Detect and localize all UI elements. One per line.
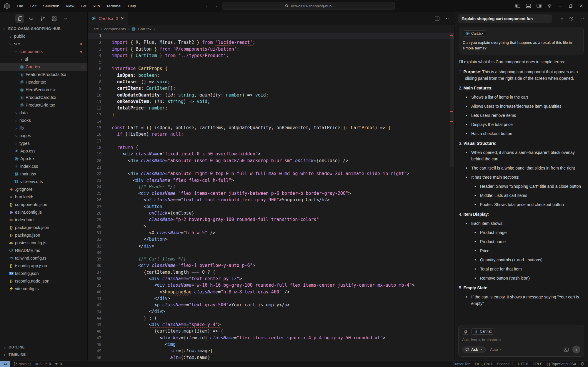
problems-item[interactable]: ⊗3 ⚠0 [35, 362, 51, 366]
status-crlf[interactable]: CRLF [533, 362, 542, 366]
chat-more-icon[interactable]: ⋯ [579, 16, 584, 22]
tree-file-package-lock-json[interactable]: {}package-lock.json [0, 224, 87, 231]
new-chat-icon[interactable]: + [560, 16, 564, 21]
model-selector[interactable]: Auto [490, 347, 502, 352]
tree-folder-data[interactable]: ›data [0, 109, 87, 117]
more-views-chevron-icon[interactable] [61, 14, 70, 23]
menu-edit[interactable]: Edit [27, 3, 39, 9]
status-typescript-jsx[interactable]: { } TypeScript JSX [547, 362, 576, 366]
git-branch-item[interactable]: main [14, 362, 31, 366]
menu-file[interactable]: File [14, 3, 26, 9]
menu-view[interactable]: View [63, 3, 77, 9]
tree-file-tsconfig-json[interactable]: TStsconfig.json [0, 270, 87, 277]
toggle-right-panel-icon[interactable] [534, 1, 544, 10]
menu-go[interactable]: Go [78, 3, 89, 9]
breadcrumb-item-components[interactable]: components [104, 27, 126, 31]
menu-selection[interactable]: Selection [40, 3, 62, 9]
menu-terminal[interactable]: Terminal [103, 3, 124, 9]
mode-selector[interactable]: Ask [462, 346, 486, 353]
file-label: package-lock.json [15, 225, 49, 230]
bullet-item: •If the cart is empty, it shows a messag… [466, 294, 584, 307]
tree-file-herosection-tsx[interactable]: HeroSection.tsx [0, 86, 87, 94]
tree-file-bun-lockb[interactable]: ≡bun.lockb [0, 193, 87, 201]
tree-folder-pages[interactable]: ›pages [0, 132, 87, 140]
chat-input-placeholder[interactable]: Ask, learn, brainstorm [462, 338, 580, 342]
code-area[interactable]: 12import { X, Plus, Minus, Trash2 } from… [88, 33, 454, 361]
chat-thread-title[interactable]: Explain shopping cart component fun [458, 14, 552, 23]
tab-close-icon[interactable]: ✕ [121, 16, 124, 21]
sidebar-bottom-panels: ›OUTLINE ›TIMELINE [0, 343, 87, 361]
settings-gear-icon[interactable] [544, 1, 554, 10]
attach-image-icon[interactable] [564, 348, 569, 352]
tree-file-cart-tsx[interactable]: Cart.tsx3 [0, 63, 87, 71]
tree-file-readme-md[interactable]: ⓘREADME.md [0, 247, 87, 254]
tree-folder-ui[interactable]: ›ui [0, 55, 87, 63]
tree-file-vite-env-d-ts[interactable]: TSvite-env.d.ts [0, 178, 87, 185]
tree-folder-types[interactable]: ›types [0, 140, 87, 147]
status-cursor-tab[interactable]: Cursor Tab [452, 362, 470, 366]
close-button[interactable]: ✕ [576, 1, 586, 10]
tree-folder-components[interactable]: ›components [0, 48, 87, 55]
explorer-icon[interactable] [15, 14, 24, 23]
command-search-box[interactable]: eco-oasis-shopping-hub [222, 2, 395, 10]
tree-file-components-json[interactable]: {}components.json [0, 201, 87, 208]
tree-file-app-css[interactable]: #App.css [0, 147, 87, 155]
split-editor-icon[interactable] [435, 16, 439, 21]
extensions-icon[interactable] [50, 14, 59, 23]
restore-button[interactable] [566, 1, 576, 10]
breadcrumb-item-src[interactable]: src [94, 27, 99, 31]
toggle-left-panel-icon[interactable] [513, 1, 523, 10]
forward-arrow[interactable]: → [213, 4, 218, 9]
status-utf-8[interactable]: UTF-8 [518, 362, 528, 366]
tree-file-package-json[interactable]: {}package.json [0, 231, 87, 239]
tree-file-main-tsx[interactable]: main.tsx [0, 170, 87, 178]
tree-file-vite-config-ts[interactable]: ⚡vite.config.ts [0, 285, 87, 293]
minimize-button[interactable] [555, 1, 565, 10]
tab-cart-tsx[interactable]: Cart.tsx 3 ✕ [88, 12, 128, 25]
tree-file-tsconfig-app-json[interactable]: {}tsconfig.app.json [0, 262, 87, 270]
tree-file-productcard-tsx[interactable]: ProductCard.tsx [0, 94, 87, 101]
toggle-bottom-panel-icon[interactable] [523, 1, 533, 10]
editor-scrollbar[interactable] [450, 33, 454, 167]
send-button[interactable]: ↑ [572, 346, 580, 353]
tree-file-app-tsx[interactable]: App.tsx [0, 155, 87, 162]
remote-indicator[interactable]: >< [0, 361, 10, 367]
tree-folder-lib[interactable]: ›lib [0, 124, 87, 132]
outline-panel-header[interactable]: ›OUTLINE [0, 343, 87, 351]
tree-folder-src[interactable]: ›src [0, 40, 87, 48]
tree-folder-hooks[interactable]: ›hooks [0, 117, 87, 124]
tree-file-gitignore[interactable]: ◈.gitignore [0, 185, 87, 193]
tree-file-tsconfig-node-json[interactable]: {}tsconfig.node.json [0, 277, 87, 285]
tree-file-index-html[interactable]: <>index.html [0, 216, 87, 224]
editor-more-actions-icon[interactable]: ⋯ [444, 16, 449, 21]
breadcrumb-item-[interactable]: ... [157, 27, 160, 31]
tree-file-index-css[interactable]: #index.css [0, 162, 87, 170]
menu-help[interactable]: Help [125, 3, 139, 9]
source-control-icon[interactable] [38, 14, 47, 23]
back-arrow[interactable]: ← [205, 4, 210, 9]
input-context-chip[interactable]: Cart.tsx [471, 328, 494, 335]
tree-file-tailwind-config-ts[interactable]: TStailwind.config.ts [0, 254, 87, 262]
tree-file-productgrid-tsx[interactable]: ProductGrid.tsx [0, 101, 87, 109]
menu-run[interactable]: Run [90, 3, 103, 9]
tree-file-featuredproducts-tsx[interactable]: FeaturedProducts.tsx [0, 71, 87, 78]
tree-file-eslint-config-js[interactable]: ◉eslint.config.js [0, 208, 87, 216]
status-spaces-2[interactable]: Spaces: 2 [497, 362, 514, 366]
tree-folder-public[interactable]: ›public [0, 32, 87, 40]
history-icon[interactable] [569, 16, 574, 21]
notifications-bell-icon[interactable] [581, 362, 584, 366]
mention-button[interactable]: @ [462, 328, 469, 335]
code-line: 11 onRemoveItem: (id: string) => void; [88, 98, 454, 105]
status-ln-1-col-1[interactable]: Ln 1, Col 1 [475, 362, 492, 366]
breadcrumb-item-cart-tsx[interactable]: Cart.tsx [138, 27, 152, 31]
search-panel-icon[interactable] [27, 14, 36, 23]
chat-input-box[interactable]: @ Cart.tsx Ask, learn, brainstorm Ask Au… [458, 325, 584, 357]
tree-file-header-tsx[interactable]: Header.tsx [0, 78, 87, 86]
ports-item[interactable]: 0 [55, 362, 62, 366]
code-line: 36 <div className="flex-1 overflow-y-aut… [88, 262, 454, 269]
tree-file-postcss-config-js[interactable]: JSpostcss.config.js [0, 239, 87, 247]
timeline-panel-header[interactable]: ›TIMELINE [0, 351, 87, 358]
context-file-chip[interactable]: Cart.tsx [463, 30, 486, 36]
line-number: 30 [88, 223, 101, 230]
workspace-root[interactable]: › ECO-OASIS-SHOPPING-HUB [0, 25, 87, 32]
